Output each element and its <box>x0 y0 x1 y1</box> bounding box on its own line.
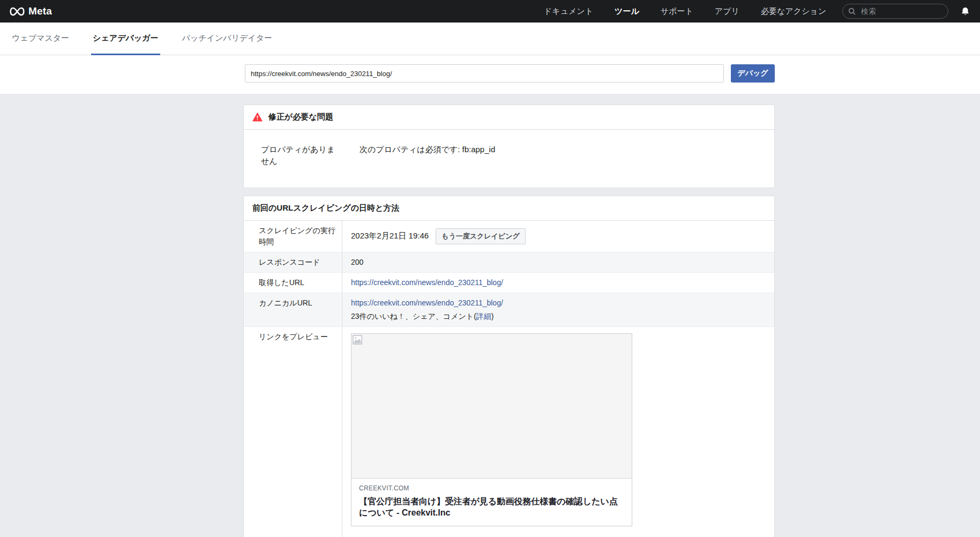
issue-message: 次のプロパティは必須です: fb:app_id <box>360 144 495 167</box>
canonical-url-cell: https://creekvit.com/news/endo_230211_bl… <box>342 293 774 326</box>
url-input-row: デバッグ <box>0 55 980 94</box>
issues-card: 修正が必要な問題 プロパティがありません 次のプロパティは必須です: fb:ap… <box>243 105 775 188</box>
search-icon <box>848 8 856 15</box>
debug-url-input[interactable] <box>245 64 724 83</box>
debug-button[interactable]: デバッグ <box>731 64 775 83</box>
table-row-scrape-time: スクレイピングの実行時間 2023年2月21日 19:46 もう一度スクレイピン… <box>244 221 774 252</box>
table-row-response-code: レスポンスコード 200 <box>244 252 774 273</box>
issues-card-title: 修正が必要な問題 <box>268 112 333 122</box>
issue-label: プロパティがありません <box>261 144 342 167</box>
brand-text: Meta <box>28 5 52 17</box>
issues-card-header: 修正が必要な問題 <box>244 105 774 130</box>
nav-item-docs[interactable]: ドキュメント <box>544 6 593 17</box>
scrape-time-value-cell: 2023年2月21日 19:46 もう一度スクレイピング <box>342 221 774 252</box>
engagement-text-close: ) <box>491 312 494 320</box>
scrape-info-card: 前回のURLスクレイピングの日時と方法 スクレイピングの実行時間 2023年2月… <box>243 196 775 537</box>
response-code-value: 200 <box>342 252 774 272</box>
nav-item-required-actions[interactable]: 必要なアクション <box>761 6 826 17</box>
link-preview-card[interactable]: CREEKVIT.COM 【官公庁担当者向け】受注者が見る動画役務仕様書の確認し… <box>351 333 632 526</box>
issue-row: プロパティがありません 次のプロパティは必須です: fb:app_id <box>244 130 774 188</box>
tab-webmaster[interactable]: ウェブマスター <box>10 23 71 55</box>
scrape-card-header: 前回のURLスクレイピングの日時と方法 <box>244 196 774 221</box>
response-code-label: レスポンスコード <box>244 252 342 272</box>
preview-title: 【官公庁担当者向け】受注者が見る動画役務仕様書の確認したい点について - Cre… <box>359 496 624 519</box>
notifications-bell-icon[interactable] <box>960 6 970 17</box>
link-preview-label: リンクをプレビュー <box>244 327 342 537</box>
fetched-url-cell: https://creekvit.com/news/endo_230211_bl… <box>342 273 774 293</box>
nav-item-apps[interactable]: アプリ <box>715 6 739 17</box>
engagement-details-link[interactable]: 詳細 <box>476 312 491 320</box>
top-navbar: Meta ドキュメント ツール サポート アプリ 必要なアクション <box>0 0 980 23</box>
scrape-again-button[interactable]: もう一度スクレイピング <box>436 228 526 244</box>
fetched-url-link[interactable]: https://creekvit.com/news/endo_230211_bl… <box>351 278 503 287</box>
table-row-link-preview: リンクをプレビュー CREEKVIT.COM <box>244 327 774 537</box>
tab-batch-invalidator[interactable]: バッチインバリデイター <box>181 23 274 55</box>
main-content: 修正が必要な問題 プロパティがありません 次のプロパティは必須です: fb:ap… <box>243 105 775 537</box>
link-preview-cell: CREEKVIT.COM 【官公庁担当者向け】受注者が見る動画役務仕様書の確認し… <box>342 327 774 537</box>
table-row-fetched-url: 取得したURL https://creekvit.com/news/endo_2… <box>244 273 774 293</box>
canonical-url-link[interactable]: https://creekvit.com/news/endo_230211_bl… <box>351 299 503 307</box>
engagement-text: 23件のいいね！、シェア、コメント( <box>351 312 476 320</box>
fetched-url-label: 取得したURL <box>244 273 342 293</box>
nav-item-support[interactable]: サポート <box>661 6 693 17</box>
nav-item-tools[interactable]: ツール <box>615 6 639 17</box>
search-input[interactable] <box>860 6 942 16</box>
broken-image-icon <box>353 335 362 348</box>
meta-infinity-icon <box>10 7 25 16</box>
navbar-search[interactable] <box>842 4 948 19</box>
canonical-url-label: カノニカルURL <box>244 293 342 326</box>
scrape-card-title: 前回のURLスクレイピングの日時と方法 <box>252 203 399 213</box>
preview-domain: CREEKVIT.COM <box>359 483 624 493</box>
navbar-links: ドキュメント ツール サポート アプリ 必要なアクション <box>544 6 826 17</box>
table-row-canonical-url: カノニカルURL https://creekvit.com/news/endo_… <box>244 293 774 327</box>
scrape-time-label: スクレイピングの実行時間 <box>244 221 342 252</box>
meta-logo[interactable]: Meta <box>10 5 52 17</box>
tool-tabs: ウェブマスター シェアデバッガー バッチインバリデイター <box>0 23 980 55</box>
preview-footer: CREEKVIT.COM 【官公庁担当者向け】受注者が見る動画役務仕様書の確認し… <box>351 479 632 526</box>
warning-icon <box>252 113 263 122</box>
preview-image-placeholder <box>351 334 632 479</box>
engagement-line: 23件のいいね！、シェア、コメント(詳細) <box>351 311 766 322</box>
tab-sharing-debugger[interactable]: シェアデバッガー <box>91 23 160 55</box>
scrape-time-value: 2023年2月21日 19:46 <box>351 230 429 242</box>
